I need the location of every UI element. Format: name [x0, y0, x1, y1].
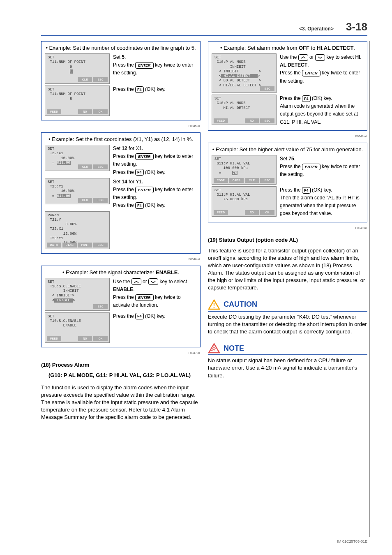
lcd-screen: SET T22:X1 10.00% = 012.00 CLRESC: [45, 145, 110, 171]
lcd-softkeys: CLRESC: [47, 77, 108, 82]
left-column: • Example: Set the number of coodinates …: [41, 41, 201, 421]
svg-line-4: [212, 347, 215, 351]
example-title: • Example: Set the higher alert value of…: [212, 146, 364, 153]
down-key-icon: [315, 54, 325, 61]
caution-body: Execute DO testing by the parameter "K40…: [208, 313, 367, 336]
example-title: • Example: Set the first coordinates (X1…: [45, 136, 197, 142]
caution-callout: ! CAUTION Execute DO testing by the para…: [208, 299, 367, 336]
instruction-text: Set 12 for X1. Press the ENTER key twice…: [113, 145, 197, 176]
example-title: • Example: Set the signal characterizer …: [45, 269, 197, 275]
example-title: • Example: Set the number of coodinates …: [45, 45, 197, 51]
example-box-alert-value: • Example: Set the higher alert value of…: [208, 143, 367, 222]
right-column: • Example: Set alarm mode from OFF to HI…: [208, 41, 367, 421]
instruction-text: Set 5. Press the ENTER key twice to ente…: [113, 53, 197, 77]
section-18-subheading: (G10: P AL MODE, G11: P HI.AL VAL, G12: …: [48, 372, 201, 378]
lcd-screen: SET G10:P AL MODE INHIBIT < INHIBIT > < …: [212, 53, 277, 93]
down-key-icon: [148, 278, 158, 285]
lcd-screen: SET G11:P HI.AL VAL 75.0000 kPa FEEDNOOK: [212, 186, 277, 217]
content-columns: • Example: Set the number of coodinates …: [41, 41, 367, 421]
f4-key-icon: F4: [135, 313, 144, 319]
figure-ref: F0346.ai: [41, 258, 200, 261]
f4-key-icon: F4: [302, 95, 311, 102]
figure-ref: F0347.ai: [41, 352, 200, 354]
lcd-screen: SET T23:Y1 10.00% = 014.00 CLRESC: [45, 178, 110, 204]
example-box-num-points: • Example: Set the number of coodinates …: [41, 41, 201, 120]
enter-key-icon: ENTER: [135, 187, 154, 193]
instruction-text: Press the F4 (OK) key.: [113, 312, 166, 320]
lcd-screen: PARAM T21:Y 0.00% T22:X1 12.00% T23:Y1 1…: [45, 211, 110, 249]
figure-ref: F0348.ai: [208, 135, 367, 138]
section-18-body: The function is used to display the alar…: [41, 384, 201, 421]
up-key-icon: [298, 54, 308, 61]
f4-key-icon: F4: [302, 187, 311, 194]
lcd-screen: SET G11:P HI.AL VAL 100.000 kPa = 75 COD…: [212, 155, 277, 185]
note-title: NOTE: [224, 344, 244, 353]
instruction-text: Set 14 for Y1. Press the ENTER key twice…: [113, 178, 197, 210]
note-icon: [208, 343, 220, 354]
section-19-heading: (19) Status Output (option code AL): [208, 237, 367, 243]
lcd-screen: SET T10:S.C.ENABLE INHIBIT < INHIBIT> < …: [45, 278, 110, 311]
example-box-coordinates: • Example: Set the first coordinates (X1…: [41, 132, 201, 254]
enter-key-icon: ENTER: [302, 70, 321, 76]
lcd-screen: SET T10:S.C.ENABLE ENABLE FEEDNOOK: [45, 312, 110, 343]
lcd-screen: SET T11:NUM OF POINT 5 FEEDNOOK: [45, 86, 110, 116]
section-19-body: This feature is used for a transistor ou…: [208, 247, 367, 292]
f4-key-icon: F4: [135, 86, 144, 93]
caution-icon: !: [208, 299, 220, 310]
lcd-screen: SET T11:NUM OF POINT 9 5 CLRESC: [45, 53, 110, 84]
enter-key-icon: ENTER: [135, 294, 154, 301]
note-callout: NOTE No status output signal has been de…: [208, 343, 367, 379]
instruction-text: Press the F4 (OK) key. Then the alarm co…: [280, 186, 364, 218]
enter-key-icon: ENTER: [135, 62, 154, 69]
note-body: No status output signal has been defined…: [208, 357, 367, 379]
svg-text:!: !: [213, 302, 215, 309]
instruction-text: Press the F4 (OK) key.: [113, 86, 166, 93]
lcd-screen: SET G10:P AL MODE HI.AL DETECT FEEDNOESC: [212, 95, 277, 125]
figure-ref: F0349.ai: [208, 227, 367, 229]
figure-ref: F0345.ai: [41, 125, 200, 127]
instruction-text: Press the F4 (OK) key. Alarm code is gen…: [280, 95, 364, 126]
caution-title: CAUTION: [224, 300, 257, 309]
instruction-text: Use the or key to select ENABLE. Press t…: [113, 278, 197, 310]
example-box-enable: • Example: Set the signal characterizer …: [41, 266, 201, 347]
f4-key-icon: F4: [135, 169, 144, 176]
f4-key-icon: F4: [135, 202, 144, 209]
example-title: • Example: Set alarm mode from OFF to HI…: [212, 45, 364, 51]
instruction-text: Use the or key to select HI. AL DETECT. …: [280, 53, 364, 85]
instruction-text: Set 75. Press the ENTER key twice to ent…: [280, 155, 364, 179]
enter-key-icon: ENTER: [135, 153, 154, 160]
footer-doc-id: IM 01C25T03-01E: [337, 539, 367, 543]
enter-key-icon: ENTER: [302, 164, 321, 170]
section-18-heading: (18) Process Alarm: [41, 362, 201, 368]
up-key-icon: [131, 278, 141, 285]
example-box-alarm-mode: • Example: Set alarm mode from OFF to HI…: [208, 41, 367, 131]
